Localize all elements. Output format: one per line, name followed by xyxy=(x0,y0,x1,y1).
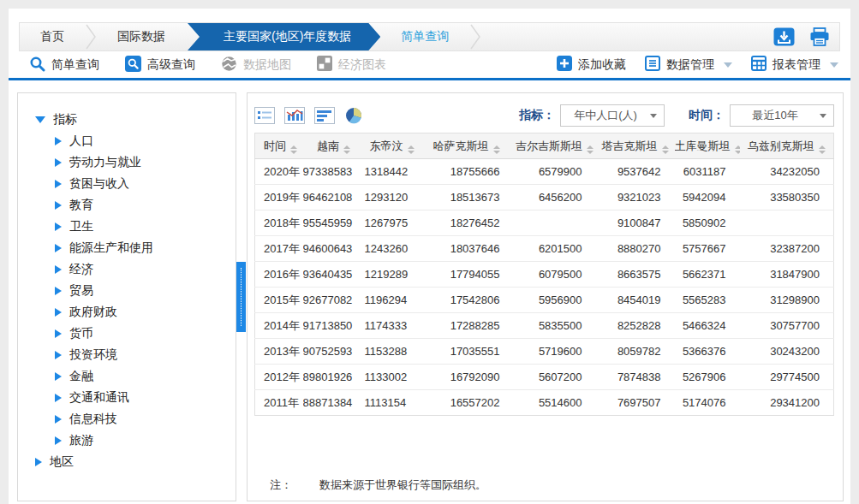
add-favorite-icon xyxy=(557,56,572,74)
column-header-时间[interactable]: 时间 xyxy=(255,133,303,159)
value-cell: 6031187 xyxy=(675,159,740,185)
sidebar-item-贸易[interactable]: 贸易 xyxy=(55,280,236,301)
toolbar-item-添加收藏[interactable]: 添加收藏 xyxy=(557,56,626,74)
column-header-吉尔吉斯斯坦[interactable]: 吉尔吉斯斯坦 xyxy=(514,133,596,159)
chevron-down-icon xyxy=(830,62,838,68)
value-cell: 17035551 xyxy=(420,339,514,365)
table-view-icon[interactable] xyxy=(254,107,275,124)
sidebar-item-交通和通讯[interactable]: 交通和通讯 xyxy=(55,387,236,408)
toolbar-item-报表管理[interactable]: 报表管理 xyxy=(751,56,838,74)
sidebar-item-指标[interactable]: 指标 xyxy=(35,109,236,130)
econ-chart-icon xyxy=(317,56,332,74)
toolbar-item-数据管理[interactable]: 数据管理 xyxy=(645,56,732,74)
sort-icon xyxy=(735,145,740,154)
value-cell: 93640435 xyxy=(303,262,365,288)
value-cell: 5607200 xyxy=(514,365,596,390)
toolbar-item-label: 报表管理 xyxy=(773,57,820,73)
value-cell: 5835500 xyxy=(514,313,596,339)
column-header-土库曼斯坦[interactable]: 土库曼斯坦 xyxy=(675,133,740,159)
sidebar-item-卫生[interactable]: 卫生 xyxy=(55,216,236,237)
column-header-label: 时间 xyxy=(264,139,286,152)
column-header-东帝汶[interactable]: 东帝汶 xyxy=(365,133,420,159)
value-cell: 18513673 xyxy=(420,185,514,210)
tree-node-label: 教育 xyxy=(69,198,93,213)
source-note: 注： 数据来源于世界银行等国际组织。 xyxy=(254,477,834,493)
sidebar-item-金融[interactable]: 金融 xyxy=(55,365,236,387)
sidebar-item-劳动力与就业[interactable]: 劳动力与就业 xyxy=(55,151,236,173)
breadcrumb-tab-label: 主要国家(地区)年度数据 xyxy=(224,29,351,44)
pie-chart-view-icon[interactable] xyxy=(344,107,363,124)
value-cell: 1293120 xyxy=(365,185,420,210)
breadcrumb-tab-3[interactable]: 主要国家(地区)年度数据 xyxy=(188,23,380,50)
value-cell: 31298900 xyxy=(740,288,834,313)
download-icon[interactable] xyxy=(773,27,795,47)
value-cell: 31847900 xyxy=(740,262,834,288)
column-header-哈萨克斯坦[interactable]: 哈萨克斯坦 xyxy=(420,133,514,159)
sidebar-item-地区[interactable]: 地区 xyxy=(35,451,236,472)
value-cell: 92677082 xyxy=(303,288,365,313)
table-row: 2017年94600643124326018037646620150088802… xyxy=(255,236,834,262)
sidebar-item-教育[interactable]: 教育 xyxy=(55,194,236,216)
breadcrumb-separator-icon xyxy=(85,23,97,50)
column-header-乌兹别克斯坦[interactable]: 乌兹别克斯坦 xyxy=(740,133,834,159)
value-cell: 18755666 xyxy=(420,159,514,185)
triangle-right-icon xyxy=(55,201,62,210)
data-table: 时间越南东帝汶哈萨克斯坦吉尔吉斯斯坦塔吉克斯坦土库曼斯坦乌兹别克斯坦 2020年… xyxy=(254,133,834,416)
triangle-right-icon xyxy=(55,329,62,338)
value-cell: 18276452 xyxy=(420,210,514,236)
value-cell: 1113154 xyxy=(365,390,420,416)
toolbar-left: 简单查询高级查询数据地图经济图表 xyxy=(29,56,412,74)
value-cell: 95545959 xyxy=(303,210,365,236)
sidebar-item-旅游[interactable]: 旅游 xyxy=(55,430,236,451)
triangle-right-icon xyxy=(55,222,62,231)
time-dropdown[interactable]: 最近10年 xyxy=(730,104,834,127)
value-cell: 1174333 xyxy=(365,313,420,339)
page-background: 首页国际数据主要国家(地区)年度数据简单查询 简单查询高级查询数据地图经济图表 … xyxy=(9,9,850,504)
tree-node-label: 货币 xyxy=(69,326,93,341)
data-manage-icon xyxy=(645,56,660,74)
tree-node-label: 地区 xyxy=(50,454,74,470)
toolbar-item-简单查询[interactable]: 简单查询 xyxy=(29,56,99,74)
value-cell: 9100847 xyxy=(596,210,675,236)
triangle-right-icon xyxy=(55,244,62,252)
triangle-right-icon xyxy=(55,265,62,274)
breadcrumb-tab-2[interactable]: 国际数据 xyxy=(97,23,186,50)
sidebar-item-人口[interactable]: 人口 xyxy=(55,130,236,151)
print-icon[interactable] xyxy=(808,27,831,47)
value-cell xyxy=(740,210,834,236)
tree-node-label: 贸易 xyxy=(69,283,93,299)
sort-icon xyxy=(343,145,350,154)
toolbar-item-高级查询[interactable]: 高级查询 xyxy=(125,56,195,74)
bar-chart-view-icon[interactable] xyxy=(284,107,305,124)
toolbar-item-数据地图: 数据地图 xyxy=(221,56,291,74)
toolbar-right: 添加收藏数据管理报表管理 xyxy=(538,56,838,74)
tree-node-label: 能源生产和使用 xyxy=(69,240,153,256)
triangle-right-icon xyxy=(55,351,62,359)
sidebar-item-信息科技[interactable]: 信息科技 xyxy=(55,408,236,430)
toolbar-item-label: 添加收藏 xyxy=(578,57,626,73)
value-cell: 30757700 xyxy=(740,313,834,339)
hbar-chart-view-icon[interactable] xyxy=(314,107,335,124)
value-cell: 91713850 xyxy=(303,313,365,339)
value-cell: 5850902 xyxy=(675,210,740,236)
sidebar-item-贫困与收入[interactable]: 贫困与收入 xyxy=(55,173,236,194)
sidebar-item-能源生产和使用[interactable]: 能源生产和使用 xyxy=(55,237,236,258)
indicator-dropdown[interactable]: 年中人口(人) xyxy=(560,104,665,127)
column-header-越南[interactable]: 越南 xyxy=(303,133,365,159)
value-cell: 9537642 xyxy=(596,159,675,185)
sidebar-item-投资环境[interactable]: 投资环境 xyxy=(55,344,236,365)
sort-icon xyxy=(493,145,500,154)
sidebar-item-经济[interactable]: 经济 xyxy=(55,258,236,280)
time-control: 时间： 最近10年 xyxy=(689,104,834,127)
sidebar-item-货币[interactable]: 货币 xyxy=(55,323,236,344)
value-cell: 5366376 xyxy=(675,339,740,365)
value-cell: 5757667 xyxy=(675,236,740,262)
panel-resize-handle[interactable] xyxy=(236,262,246,332)
sidebar-item-政府财政[interactable]: 政府财政 xyxy=(55,301,236,323)
value-cell: 6456200 xyxy=(514,185,596,210)
breadcrumb-tab-1[interactable]: 首页 xyxy=(20,23,85,50)
value-cell: 5565283 xyxy=(675,288,740,313)
breadcrumb-tab-4[interactable]: 简单查询 xyxy=(380,23,469,50)
value-cell: 6201500 xyxy=(514,236,596,262)
column-header-塔吉克斯坦[interactable]: 塔吉克斯坦 xyxy=(596,133,675,159)
